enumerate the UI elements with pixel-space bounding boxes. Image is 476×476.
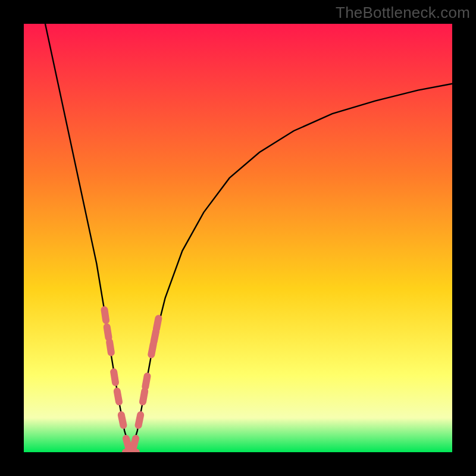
watermark-text: TheBottleneck.com <box>336 4 470 22</box>
highlight-dot <box>145 376 147 387</box>
highlight-dot <box>117 392 119 402</box>
highlight-dot <box>121 415 124 425</box>
highlight-dot <box>114 372 115 383</box>
highlight-dot <box>107 327 109 338</box>
highlight-dot <box>156 318 159 329</box>
highlight-dot <box>154 331 156 342</box>
highlight-dot <box>143 392 145 402</box>
highlight-dot <box>126 439 129 449</box>
highlight-dot <box>139 415 141 425</box>
highlight-dot <box>105 310 107 321</box>
highlight-dot <box>109 342 111 353</box>
chart-frame <box>24 24 452 452</box>
highlight-dot <box>151 344 153 355</box>
bottleneck-plot <box>24 24 452 452</box>
highlight-dot <box>133 439 136 449</box>
gradient-background <box>24 24 452 452</box>
